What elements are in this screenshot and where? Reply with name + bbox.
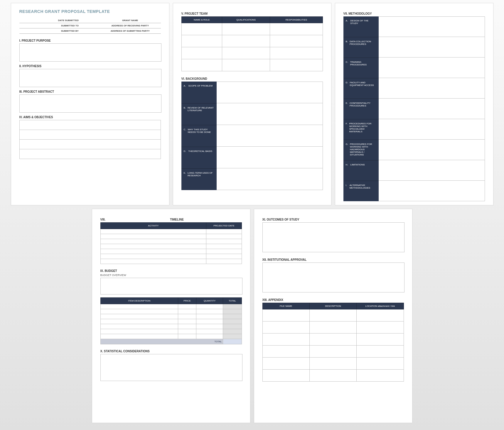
timeline-col-date: PROJECTED DATE [206, 223, 242, 229]
page-4: VIII. TIMELINE ACTIVITY PROJECTED DATE I… [92, 209, 250, 423]
sec-abstract-heading: III. PROJECT ABSTRACT [19, 90, 161, 93]
appendix-table: FILE NAME DESCRIPTION LOCATION attachmen… [262, 303, 404, 382]
sec-budget-heading: IX. BUDGET [100, 269, 242, 272]
page-3: VII. METHODOLOGY A.DESIGN OF THE STUDY B… [335, 3, 493, 205]
page-1: RESEARCH GRANT PROPOSAL TEMPLATE DATE SU… [11, 3, 169, 205]
sec-timeline-heading: VIII. TIMELINE [100, 218, 242, 221]
sec-outcomes-heading: XI. OUTCOMES OF STUDY [262, 218, 404, 221]
appendix-col-desc: DESCRIPTION [309, 303, 356, 309]
background-rows: A.SCOPE OF PROBLEM B.REVIEW OF RELEVANT … [181, 82, 323, 190]
meta-date-submitted-label: DATE SUBMITTED [19, 18, 80, 23]
budget-col-qty: QUANTITY [196, 298, 223, 304]
appendix-col-loc: LOCATION attachment / link [357, 303, 404, 309]
sec-hypothesis-heading: II. HYPOTHESIS [19, 65, 161, 68]
sec-aims-heading: IV. AIMS & OBJECTIVES [19, 116, 161, 119]
methodology-rows: A.DESIGN OF THE STUDY B.DATA COLLECTION … [343, 16, 485, 201]
team-table: NAME & ROLE QUALIFICATIONS RESPONSIBILIT… [181, 16, 323, 71]
appendix-col-file: FILE NAME [262, 303, 309, 309]
sec-statistical-heading: X. STATISTICAL CONSIDERATIONS [100, 350, 242, 353]
page-2: V. PROJECT TEAM NAME & ROLE QUALIFICATIO… [173, 3, 331, 205]
abstract-box [19, 94, 161, 113]
sec-background-heading: VI. BACKGROUND [181, 77, 323, 80]
budget-overview-box [100, 278, 242, 294]
sec-methodology-heading: VII. METHODOLOGY [343, 12, 485, 15]
budget-overview-label: BUDGET OVERVIEW [100, 274, 242, 277]
budget-table: ITEM DESCRIPTION PRICE QUANTITY TOTAL TO… [100, 297, 242, 344]
timeline-table: ACTIVITY PROJECTED DATE [100, 222, 242, 264]
timeline-col-activity: ACTIVITY [100, 223, 206, 229]
budget-total-label: TOTAL [100, 339, 223, 344]
approval-box [262, 263, 404, 292]
project-purpose-box [19, 43, 161, 62]
meta-grant-name-label: GRANT NAME [100, 18, 161, 23]
statistical-box [100, 354, 242, 381]
sec-project-purpose-heading: I. PROJECT PURPOSE [19, 39, 161, 42]
budget-total-value [223, 339, 242, 344]
sec-approval-heading: XII. INSTITUTIONAL APPROVAL [262, 258, 404, 261]
team-col-name: NAME & ROLE [181, 17, 222, 23]
hypothesis-box [19, 69, 161, 87]
meta-table: DATE SUBMITTED GRANT NAME SUBMITTED TO A… [19, 18, 161, 34]
sec-team-heading: V. PROJECT TEAM [181, 12, 323, 15]
budget-col-total: TOTAL [223, 298, 242, 304]
aims-stack [19, 120, 161, 159]
budget-col-item: ITEM DESCRIPTION [100, 298, 178, 304]
meta-addr-recv-label: ADDRESS OF RECEIVING PARTY [100, 23, 161, 28]
page-5: XI. OUTCOMES OF STUDY XII. INSTITUTIONAL… [254, 209, 412, 423]
sec-appendix-heading: XIII. APPENDIX [262, 298, 404, 302]
outcomes-box [262, 222, 404, 252]
team-col-qual: QUALIFICATIONS [222, 17, 270, 23]
meta-submitted-by-label: SUBMITTED BY [19, 28, 80, 34]
doc-title: RESEARCH GRANT PROPOSAL TEMPLATE [19, 9, 161, 14]
team-col-resp: RESPONSIBILITIES [270, 17, 323, 23]
meta-addr-sub-label: ADDRESS OF SUBMITTING PARTY [100, 28, 161, 34]
budget-col-price: PRICE [178, 298, 196, 304]
meta-submitted-to-label: SUBMITTED TO [19, 23, 80, 28]
